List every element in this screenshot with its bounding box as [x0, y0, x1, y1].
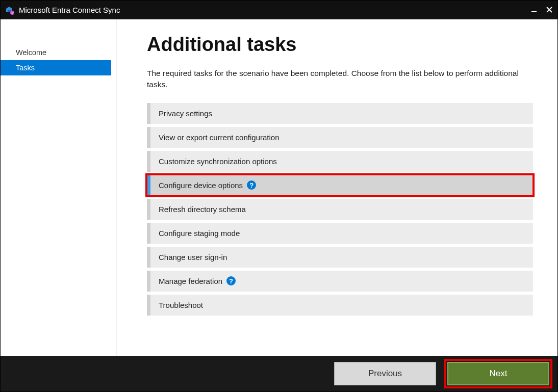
window-controls — [531, 1, 552, 19]
task-label: View or export current configuration — [159, 133, 280, 142]
app-icon — [5, 5, 15, 15]
next-button[interactable]: Next — [447, 362, 549, 385]
sidebar-item-tasks[interactable]: Tasks — [1, 60, 111, 75]
app-title: Microsoft Entra Connect Sync — [19, 6, 120, 14]
minimize-button[interactable] — [531, 6, 537, 14]
task-accent-bar — [147, 223, 150, 244]
page-title: Additional tasks — [147, 34, 533, 56]
page-description: The required tasks for the scenario have… — [147, 68, 533, 91]
task-label: Configure device options — [159, 181, 243, 190]
task-item[interactable]: Customize synchronization options — [147, 151, 533, 172]
task-label: Refresh directory schema — [159, 205, 246, 214]
next-button-highlight: Next — [445, 360, 551, 387]
task-accent-bar — [147, 295, 150, 316]
svg-point-1 — [10, 11, 14, 15]
task-accent-bar — [147, 271, 150, 292]
previous-button[interactable]: Previous — [334, 362, 436, 385]
sidebar: WelcomeTasks — [1, 19, 116, 356]
task-label: Troubleshoot — [159, 301, 203, 309]
task-label: Privacy settings — [159, 109, 212, 118]
task-item[interactable]: Refresh directory schema — [147, 199, 533, 220]
task-item[interactable]: Manage federation? — [147, 271, 533, 292]
task-accent-bar — [147, 103, 150, 124]
task-accent-bar — [147, 127, 150, 148]
help-icon[interactable]: ? — [226, 276, 236, 285]
help-icon[interactable]: ? — [247, 180, 256, 190]
task-label: Change user sign-in — [159, 253, 227, 262]
task-label: Manage federation — [159, 277, 222, 285]
task-accent-bar — [147, 175, 150, 196]
svg-rect-0 — [8, 10, 11, 12]
titlebar: Microsoft Entra Connect Sync — [1, 1, 557, 19]
task-accent-bar — [147, 199, 150, 220]
task-label: Customize synchronization options — [159, 157, 277, 166]
main-panel: Additional tasks The required tasks for … — [116, 19, 557, 356]
task-item[interactable]: Configure device options? — [147, 175, 533, 196]
task-accent-bar — [147, 247, 150, 268]
task-item[interactable]: Configure staging mode — [147, 223, 533, 244]
app-window: Microsoft Entra Connect Sync WelcomeTask… — [0, 0, 558, 392]
task-accent-bar — [147, 151, 150, 172]
body-area: WelcomeTasks Additional tasks The requir… — [1, 19, 557, 356]
task-item[interactable]: Troubleshoot — [147, 295, 533, 316]
footer: Previous Next — [1, 356, 557, 391]
task-item[interactable]: Change user sign-in — [147, 247, 533, 268]
task-list: Privacy settingsView or export current c… — [147, 103, 533, 316]
task-item[interactable]: Privacy settings — [147, 103, 533, 124]
task-label: Configure staging mode — [159, 229, 240, 238]
task-item[interactable]: View or export current configuration — [147, 127, 533, 148]
sidebar-item-welcome[interactable]: Welcome — [1, 45, 111, 60]
close-button[interactable] — [546, 6, 552, 14]
